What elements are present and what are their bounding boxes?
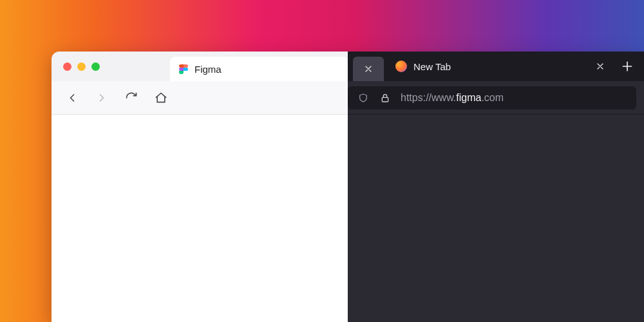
browser-window: Figma <box>52 52 644 322</box>
nav-toolbar-dark: https://www.figma.com <box>348 81 644 115</box>
forward-icon[interactable] <box>95 91 108 104</box>
svg-rect-0 <box>382 97 388 102</box>
lock-icon <box>379 91 392 104</box>
new-tab-button[interactable] <box>621 60 634 73</box>
tab-active-dark[interactable] <box>353 57 384 81</box>
close-window-button[interactable] <box>63 62 71 71</box>
figma-icon <box>179 64 188 74</box>
light-theme-pane: Figma <box>52 52 348 322</box>
tab-bar-light: Figma <box>52 52 348 81</box>
address-bar[interactable]: https://www.figma.com <box>348 86 636 109</box>
tab-title: New Tab <box>413 61 451 72</box>
window-controls <box>63 62 100 71</box>
shield-icon <box>357 91 370 104</box>
url-text: https://www.figma.com <box>401 92 504 104</box>
url-suffix: .com <box>481 92 504 103</box>
tab-new-tab[interactable]: New Tab <box>384 52 612 81</box>
home-icon[interactable] <box>155 91 167 104</box>
url-host: figma <box>456 92 481 103</box>
dark-theme-pane: New Tab https://www.figma.com <box>348 52 644 322</box>
back-icon[interactable] <box>66 91 79 104</box>
firefox-icon <box>395 61 407 72</box>
reload-icon[interactable] <box>125 91 138 104</box>
close-tab-icon[interactable] <box>594 60 607 73</box>
maximize-window-button[interactable] <box>91 62 100 71</box>
close-tab-icon[interactable] <box>362 62 375 75</box>
page-content-light <box>52 115 348 322</box>
tab-bar-dark: New Tab <box>348 52 644 81</box>
nav-toolbar-light <box>52 81 348 115</box>
tab-figma[interactable]: Figma <box>170 57 348 81</box>
tab-title: Figma <box>194 64 222 75</box>
minimize-window-button[interactable] <box>77 62 86 71</box>
page-content-dark <box>348 115 644 322</box>
url-prefix: https://www. <box>401 92 456 103</box>
